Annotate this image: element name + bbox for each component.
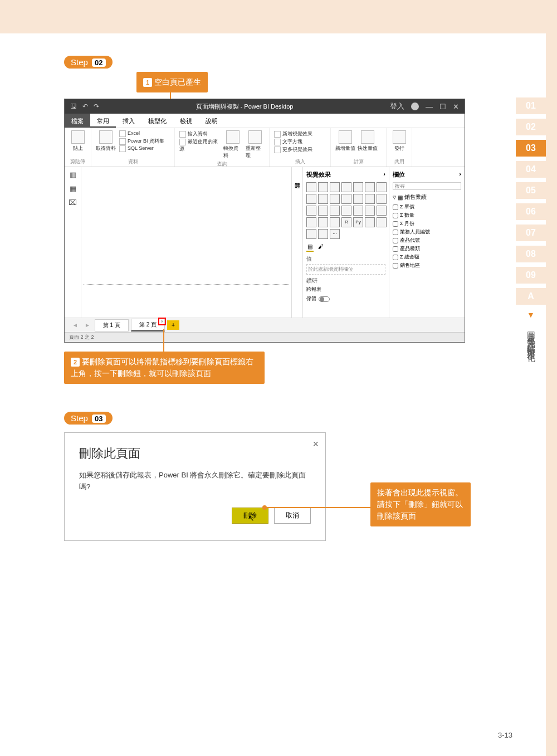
field-item[interactable]: Σ 月份 — [393, 220, 461, 227]
format-tab-icon[interactable]: 🖌 — [317, 242, 325, 252]
viz-icon[interactable] — [330, 217, 340, 227]
ribbon-tabs: 檔案 常用 插入 模型化 檢視 說明 — [65, 114, 465, 128]
cancel-button[interactable]: 取消 — [274, 508, 311, 524]
callout-2: 2要刪除頁面可以將滑鼠指標移到要刪除頁面標籤右上角，按一下刪除鈕，就可以刪除該頁… — [64, 352, 265, 384]
maximize-icon[interactable]: ☐ — [439, 103, 446, 111]
viz-icon[interactable] — [318, 194, 328, 204]
dialog-close-icon[interactable]: × — [312, 438, 319, 450]
delete-button[interactable]: 刪除 ↖ — [232, 508, 268, 524]
step-02-badge: Step 02 — [64, 56, 113, 69]
quickmeasure-button[interactable]: 快速量值 — [358, 130, 378, 152]
field-item[interactable]: Σ 總金額 — [393, 253, 461, 261]
viz-icon[interactable] — [306, 217, 316, 227]
field-item[interactable]: 產品種類 — [393, 245, 461, 252]
refresh-button[interactable]: 重新整理 — [246, 130, 265, 159]
minimize-icon[interactable]: — — [426, 103, 433, 111]
viz-icon[interactable] — [318, 182, 328, 192]
next-page-icon[interactable]: ► — [82, 322, 92, 328]
field-item[interactable]: Σ 單價 — [393, 203, 461, 211]
viz-icon[interactable]: ⋯ — [330, 229, 340, 239]
publish-button[interactable]: 發行 — [391, 130, 407, 152]
report-canvas[interactable] — [81, 167, 292, 318]
viz-icon[interactable] — [341, 194, 351, 204]
report-view-icon[interactable]: ▥ — [70, 170, 76, 179]
viz-icon[interactable] — [353, 194, 363, 204]
viz-icon[interactable] — [318, 206, 328, 216]
newviz-button[interactable]: 新增視覺效果 — [274, 130, 326, 138]
redo-icon[interactable]: ↷ — [94, 103, 99, 110]
fields-search-input[interactable] — [393, 182, 461, 190]
keepall-toggle[interactable]: 保留 — [306, 295, 385, 303]
tab-insert[interactable]: 插入 — [116, 114, 141, 128]
model-view-icon[interactable]: ⌧ — [69, 198, 77, 207]
chapter-tab-08: 08 — [516, 246, 546, 262]
undo-icon[interactable]: ↶ — [82, 103, 88, 110]
table-header[interactable]: ▦銷售業績 — [393, 193, 461, 201]
tab-modeling[interactable]: 模型化 — [141, 114, 173, 128]
recentsources-button[interactable]: 最近使用的來源 — [179, 138, 220, 153]
viz-icon[interactable] — [318, 229, 328, 239]
excel-button[interactable]: Excel — [119, 130, 164, 137]
data-view-icon[interactable]: ▦ — [70, 184, 76, 193]
viz-icon[interactable] — [377, 194, 387, 204]
viz-icon[interactable] — [341, 206, 351, 216]
fields-pane-title: 欄位 — [393, 170, 405, 179]
page-close-icon[interactable]: × — [159, 318, 165, 325]
save-icon[interactable]: 🖫 — [70, 103, 77, 110]
viz-icon[interactable] — [365, 206, 375, 216]
values-dropzone[interactable]: 於此處新增資料欄位 — [306, 264, 385, 275]
viz-icon[interactable] — [330, 182, 340, 192]
view-rail: ▥ ▦ ⌧ — [65, 167, 81, 318]
viz-icon[interactable] — [318, 217, 328, 227]
tab-view[interactable]: 檢視 — [173, 114, 199, 128]
enterdata-button[interactable]: 輸入資料 — [179, 130, 220, 138]
avatar-icon[interactable] — [411, 103, 419, 110]
field-item[interactable]: 產品代號 — [393, 237, 461, 244]
viz-icon[interactable]: R — [341, 217, 351, 227]
sqlserver-button[interactable]: SQL Server — [119, 145, 164, 152]
viz-icon[interactable] — [306, 194, 316, 204]
step-03-badge: Step 03 — [64, 412, 113, 425]
viz-icon[interactable] — [365, 217, 375, 227]
filters-pane-collapsed[interactable]: 篩選 — [292, 167, 303, 318]
paste-button[interactable]: 貼上 — [69, 130, 86, 152]
tab-file[interactable]: 檔案 — [65, 114, 90, 128]
prev-page-icon[interactable]: ◄ — [70, 322, 80, 328]
viz-icon[interactable] — [341, 182, 351, 192]
chapter-tab-07: 07 — [516, 225, 546, 241]
viz-icon[interactable] — [377, 206, 387, 216]
viz-icon[interactable] — [365, 182, 375, 192]
newmeasure-button[interactable]: 新增量值 — [335, 130, 355, 152]
page-tab-2[interactable]: 第 2 頁 × — [131, 319, 165, 331]
field-item[interactable]: Σ 數量 — [393, 212, 461, 219]
viz-icon[interactable]: Py — [353, 217, 363, 227]
viz-icon[interactable] — [377, 217, 387, 227]
chevron-right-icon[interactable]: › — [459, 170, 461, 179]
pbi-dataset-button[interactable]: Power BI 資料集 — [119, 138, 164, 145]
tab-home[interactable]: 常用 — [90, 114, 116, 128]
viz-icon[interactable] — [306, 229, 316, 239]
field-item[interactable]: 銷售地區 — [393, 262, 461, 269]
fields-tab-icon[interactable]: ▤ — [306, 242, 314, 252]
viz-icon[interactable] — [330, 206, 340, 216]
viz-icon[interactable] — [306, 182, 316, 192]
viz-icon[interactable] — [330, 194, 340, 204]
close-icon[interactable]: ✕ — [453, 103, 459, 111]
field-item[interactable]: 業務人員編號 — [393, 228, 461, 236]
chevron-right-icon[interactable]: › — [383, 170, 385, 179]
values-label: 值 — [306, 255, 385, 263]
add-page-button[interactable]: + — [167, 320, 179, 330]
moreviz-button[interactable]: 更多視覺效果 — [274, 146, 326, 153]
tab-help[interactable]: 說明 — [199, 114, 224, 128]
viz-icon[interactable] — [353, 206, 363, 216]
signin-link[interactable]: 登入 — [390, 101, 404, 111]
statusbar: 頁面 2 之 2 — [65, 332, 465, 342]
viz-icon[interactable] — [377, 182, 387, 192]
viz-icon[interactable] — [365, 194, 375, 204]
page-tab-1[interactable]: 第 1 頁 — [95, 319, 129, 331]
getdata-button[interactable]: 取得資料 — [96, 130, 116, 152]
textbox-button[interactable]: 文字方塊 — [274, 138, 326, 145]
transform-button[interactable]: 轉換資料 — [223, 130, 242, 159]
viz-icon[interactable] — [306, 206, 316, 216]
viz-icon[interactable] — [353, 182, 363, 192]
